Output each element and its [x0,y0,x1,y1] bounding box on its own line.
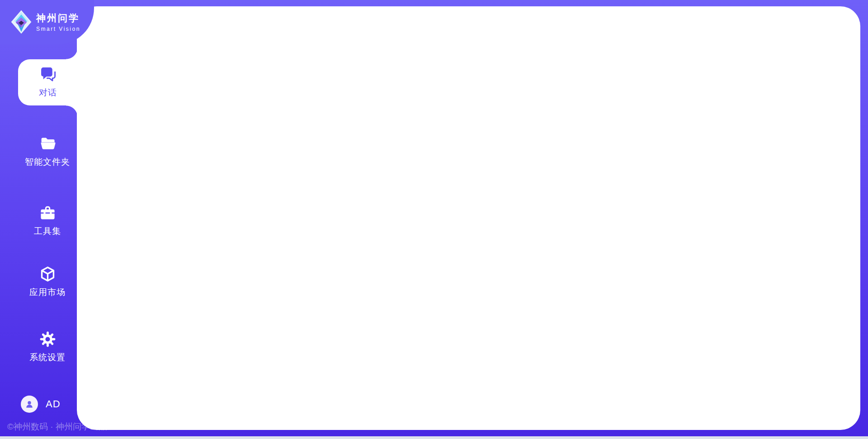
window-bottom-strip [0,436,868,439]
brand-name: 神州问学 [36,12,80,24]
user-avatar-icon [24,399,34,409]
sidebar-item-label: 应用市场 [29,286,66,298]
sidebar-item-chat[interactable]: 对话 [18,59,78,105]
main-panel [77,6,860,430]
sidebar-item-smart-folder[interactable]: 智能文件夹 [18,129,77,175]
sidebar-item-label: 工具集 [34,225,61,237]
sidebar-item-toolset[interactable]: 工具集 [18,198,77,244]
chat-bubbles-icon [40,66,57,83]
brand: 神州问学 Smart Vision [11,10,80,34]
toolbox-icon [39,205,56,221]
sidebar-item-settings[interactable]: 系统设置 [18,324,77,370]
sidebar-item-label: 系统设置 [29,352,66,363]
user-name: AD [46,398,61,410]
cube-icon [39,266,56,282]
gear-icon [39,331,56,348]
sidebar-item-app-market[interactable]: 应用市场 [18,259,77,305]
sidebar-item-label: 对话 [39,87,57,99]
sidebar-item-label: 智能文件夹 [25,156,70,168]
brand-diamond-icon [11,10,32,34]
brand-subtitle: Smart Vision [36,26,80,32]
avatar [21,396,38,413]
folder-icon [39,135,56,152]
user-chip[interactable]: AD [21,396,61,413]
